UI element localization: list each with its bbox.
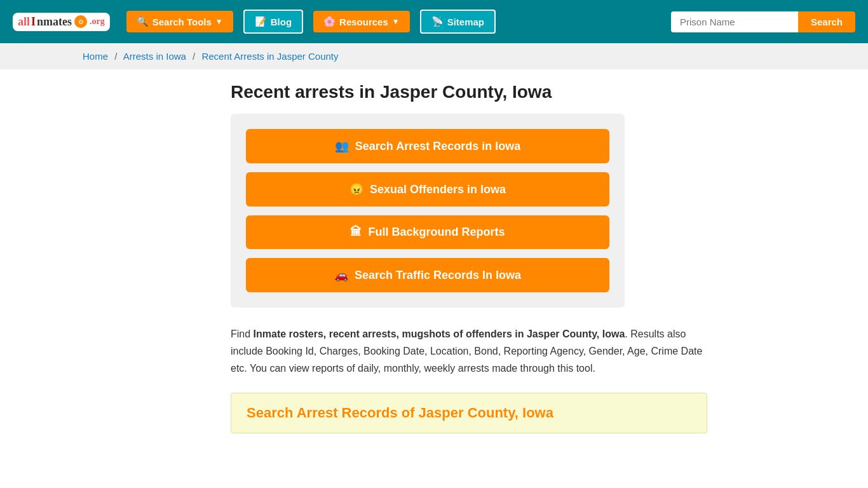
sitemap-icon: 📡	[431, 16, 444, 27]
background-reports-label: Full Background Reports	[368, 226, 505, 239]
breadcrumb-sep-2: /	[193, 51, 195, 62]
blog-label: Blog	[271, 17, 292, 27]
background-reports-button[interactable]: 🏛 Full Background Reports	[246, 215, 609, 249]
sexual-offenders-icon: 😠	[349, 182, 363, 196]
search-tools-button[interactable]: 🔍 Search Tools ▼	[126, 11, 233, 32]
breadcrumb-arrests-iowa[interactable]: Arrests in Iowa	[123, 51, 186, 62]
logo-inmates: nmates	[37, 15, 72, 29]
description-bold: Inmate rosters, recent arrests, mugshots…	[254, 329, 625, 339]
breadcrumb: Home / Arrests in Iowa / Recent Arrests …	[0, 43, 868, 69]
background-reports-icon: 🏛	[350, 226, 362, 239]
description-prefix: Find	[231, 329, 254, 339]
header-search-button[interactable]: Search	[798, 11, 855, 32]
main-content: Recent arrests in Jasper County, Iowa 👥 …	[148, 69, 720, 459]
resources-label: Resources	[339, 17, 388, 27]
breadcrumb-home[interactable]: Home	[83, 51, 108, 62]
logo-dot-icon: ⚙	[74, 15, 87, 28]
blog-icon: 📝	[255, 16, 267, 27]
logo-org: .org	[90, 17, 105, 27]
search-arrest-icon: 👥	[335, 139, 349, 153]
section-title-box: Search Arrest Records of Jasper County, …	[231, 393, 707, 433]
sexual-offenders-label: Sexual Offenders in Iowa	[370, 183, 506, 196]
breadcrumb-sep-1: /	[114, 51, 117, 62]
header-search-label: Search	[811, 17, 843, 27]
resources-button[interactable]: 🌸 Resources ▼	[313, 11, 410, 32]
traffic-records-icon: 🚗	[334, 268, 348, 282]
sexual-offenders-button[interactable]: 😠 Sexual Offenders in Iowa	[246, 172, 609, 207]
sitemap-label: Sitemap	[447, 17, 484, 27]
search-arrest-button[interactable]: 👥 Search Arrest Records in Iowa	[246, 129, 609, 163]
logo-all: all	[18, 15, 30, 29]
search-tools-chevron-icon: ▼	[215, 17, 223, 26]
section-title: Search Arrest Records of Jasper County, …	[247, 405, 691, 421]
traffic-records-button[interactable]: 🚗 Search Traffic Records In Iowa	[246, 258, 609, 292]
prison-name-input[interactable]	[671, 11, 798, 32]
sitemap-button[interactable]: 📡 Sitemap	[420, 10, 496, 34]
resources-icon: 🌸	[323, 16, 336, 27]
logo[interactable]: all I nmates ⚙ .org	[13, 13, 110, 31]
breadcrumb-current: Recent Arrests in Jasper County	[201, 51, 338, 62]
search-tools-label: Search Tools	[153, 17, 212, 27]
header-search-group: Search	[671, 11, 855, 32]
blog-button[interactable]: 📝 Blog	[243, 10, 303, 34]
logo-i: I	[31, 15, 36, 29]
site-header: all I nmates ⚙ .org 🔍 Search Tools ▼ 📝 B…	[0, 0, 868, 43]
resources-chevron-icon: ▼	[392, 17, 400, 26]
traffic-records-label: Search Traffic Records In Iowa	[355, 269, 521, 282]
page-title: Recent arrests in Jasper County, Iowa	[231, 82, 707, 102]
description-text: Find Inmate rosters, recent arrests, mug…	[231, 325, 707, 377]
action-buttons-box: 👥 Search Arrest Records in Iowa 😠 Sexual…	[231, 114, 625, 308]
search-tools-icon: 🔍	[137, 16, 149, 27]
search-arrest-label: Search Arrest Records in Iowa	[355, 140, 520, 153]
